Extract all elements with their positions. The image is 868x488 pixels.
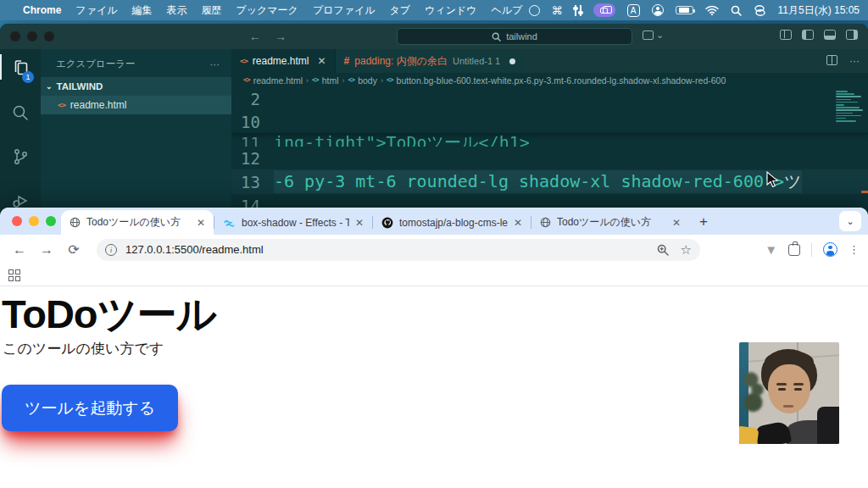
close-icon[interactable]: ✕ [672,217,681,229]
menu-item-bookmarks[interactable]: ブックマーク [236,3,298,18]
wifi-icon[interactable] [705,3,719,17]
unsaved-dot-icon[interactable] [509,58,515,64]
vscode-back-icon[interactable]: ← [249,30,261,43]
site-info-icon[interactable]: i [105,244,117,256]
folder-tailwind[interactable]: ⌄ TAILWIND [41,77,231,96]
sliders-icon[interactable] [575,3,581,17]
browser-tab-tailwind-docs[interactable]: box-shadow - Effects - Tailwi ✕ [214,210,372,235]
webcam-overlay [739,342,839,444]
tab-search-button[interactable]: ⌄ [839,211,861,231]
forward-icon[interactable]: → [36,242,58,258]
menubar-clock[interactable]: 11月5日(水) 15:05 [778,3,860,18]
tailwind-icon [223,219,236,227]
page-title: ToDoツール [2,288,216,341]
bookmark-star-icon[interactable]: ☆ [681,242,692,258]
code-line-clipped: 11ing-tight">ToDoツール</h1> [231,135,868,147]
toggle-sidebar-icon[interactable] [802,30,814,40]
creative-cloud-icon[interactable] [529,3,540,17]
close-icon[interactable]: ✕ [514,217,522,229]
menu-item-history[interactable]: 履歴 [201,3,221,18]
search-icon[interactable] [0,102,41,124]
chevron-down-icon: ⌄ [46,82,53,91]
editor-tabs: <> readme.html ✕ # padding: 内側の余白 Untitl… [231,49,868,73]
screen-mirroring-icon[interactable] [593,3,615,17]
zoom-icon[interactable] [657,244,669,256]
tag-icon: <> [348,76,354,84]
chrome-menu-icon[interactable]: ⋮ [849,243,860,256]
chrome-toolbar: ← → ⟳ i 127.0.0.1:5500/readme.html ☆ ▼ ⋮ [0,235,868,264]
code-line: 10 [231,110,868,133]
v-extension-icon[interactable]: ▼ [765,242,777,257]
chrome-fullscreen-button[interactable] [46,216,56,226]
back-icon[interactable]: ← [8,242,31,258]
source-control-icon[interactable] [0,146,41,168]
chrome-window: Todoツールの使い方 ✕ box-shadow - Effects - Tai… [0,208,868,488]
new-tab-button[interactable]: + [699,214,708,230]
toggle-panel-icon[interactable] [824,30,836,40]
breadcrumb-file[interactable]: readme.html [253,75,303,86]
input-source-icon[interactable]: A [627,4,640,17]
explorer-more-icon[interactable]: ··· [210,59,220,69]
vscode-close-button[interactable] [10,31,20,42]
breadcrumb-button[interactable]: button.bg-blue-600.text-white.px-6.py-3.… [397,75,726,86]
chrome-minimize-button[interactable] [29,216,39,226]
close-icon[interactable]: ✕ [318,55,326,67]
extensions-icon[interactable] [788,244,800,256]
stage-manager-icon[interactable] [754,3,766,17]
command-center-query: tailwind [506,31,537,42]
command-key-icon[interactable]: ⌘ [552,3,563,17]
split-editor-icon[interactable] [826,55,837,65]
explorer-title: エクスプローラー [56,58,136,70]
address-bar[interactable]: i 127.0.0.1:5500/readme.html ☆ [97,239,700,261]
apps-grid-icon[interactable] [8,269,20,281]
launch-tool-button[interactable]: ツールを起動する [2,385,178,431]
vscode-forward-icon[interactable]: → [275,30,287,43]
tag-icon: <> [387,76,393,84]
vscode-zoom-button[interactable] [44,31,54,42]
menu-item-edit[interactable]: 編集 [131,3,152,18]
tab-untitled-padding[interactable]: # padding: 内側の余白 Untitled-1 1 [335,49,525,73]
vscode-minimize-button[interactable] [27,31,37,42]
close-icon[interactable]: ✕ [197,217,205,229]
menu-item-profiles[interactable]: プロファイル [313,3,376,18]
menu-item-help[interactable]: ヘルプ [492,3,523,18]
editor-more-icon[interactable]: ··· [849,55,860,67]
menu-item-window[interactable]: ウィンドウ [425,3,476,18]
explorer-icon[interactable]: 1 [0,56,41,80]
toggle-secondary-sidebar-icon[interactable] [846,30,858,40]
vscode-command-center[interactable]: tailwind [397,28,632,45]
search-icon [492,32,501,42]
menu-item-tab[interactable]: タブ [390,3,411,18]
close-icon[interactable]: ✕ [355,217,364,229]
chrome-close-button[interactable] [12,216,22,226]
github-icon [381,217,393,229]
html-file-icon: <> [243,76,250,84]
browser-tab-todo[interactable]: Todoツールの使い方 ✕ [531,210,689,235]
menu-item-file[interactable]: ファイル [75,3,117,18]
explorer-badge: 1 [22,71,34,83]
breadcrumb-body[interactable]: body [358,75,377,86]
layout-control-icon[interactable]: ⌄ [643,30,664,41]
battery-icon[interactable] [676,6,693,14]
spotlight-search-icon[interactable] [731,3,742,17]
chrome-tabstrip: Todoツールの使い方 ✕ box-shadow - Effects - Tai… [0,208,868,235]
file-readme-html[interactable]: <> readme.html [41,96,231,114]
menu-app-name[interactable]: Chrome [23,4,61,16]
tag-icon: <> [312,76,319,84]
reload-icon[interactable]: ⟳ [63,241,85,258]
html-file-icon: <> [58,101,65,109]
code-line: 12 [231,147,868,169]
customize-layout-icon[interactable] [780,30,792,40]
browser-tab-todo-active[interactable]: Todoツールの使い方 ✕ [61,210,214,235]
globe-icon [540,217,551,228]
menu-item-view[interactable]: 表示 [166,3,186,18]
code-line: 2 [231,87,868,110]
breadcrumb-html[interactable]: html [322,75,339,86]
overview-ruler-mark [861,191,868,193]
breadcrumb: <> readme.html › <> html › <> body › <> … [231,73,868,87]
tab-readme-html[interactable]: <> readme.html ✕ [231,49,335,73]
globe-icon [70,217,81,228]
profile-avatar[interactable] [823,242,837,257]
user-status-icon[interactable] [652,3,664,17]
browser-tab-github[interactable]: tomostajp/a-blog-cms-lesson ✕ [373,210,531,235]
